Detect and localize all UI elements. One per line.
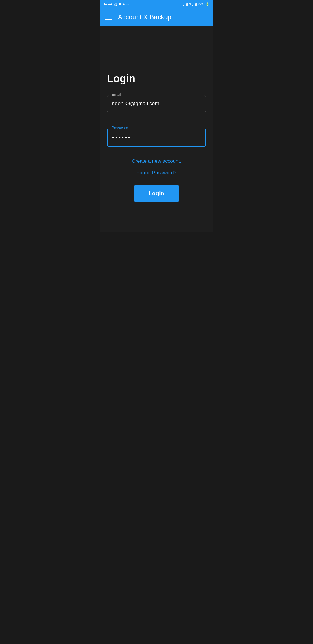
- main-content: Login Email Password Create a new accoun…: [100, 26, 213, 232]
- app-bar: Account & Backup: [100, 8, 213, 26]
- hamburger-line-3: [105, 19, 112, 20]
- signal-bars-2: [192, 2, 197, 6]
- status-bar-left: 14:44 🖼 ⏺ ● ···: [103, 2, 129, 6]
- password-input[interactable]: [107, 129, 206, 147]
- email-input[interactable]: [107, 95, 206, 112]
- email-field-container: Email: [107, 95, 206, 120]
- status-bar: 14:44 🖼 ⏺ ● ··· ✦ ⇅ 27% 🔋: [100, 0, 213, 8]
- password-label: Password: [110, 126, 129, 130]
- menu-button[interactable]: [105, 15, 112, 20]
- forgot-password-link[interactable]: Forgot Password?: [137, 170, 176, 176]
- more-icon: ···: [126, 2, 129, 6]
- login-heading: Login: [107, 73, 206, 85]
- whatsapp-icon: ●: [123, 2, 125, 6]
- page-title: Account & Backup: [118, 13, 172, 21]
- battery-percent: 27%: [198, 2, 204, 6]
- signal-bars-1: [183, 2, 188, 6]
- bluetooth-icon: ✦: [180, 2, 182, 6]
- play-icon: ⏺: [118, 2, 121, 6]
- hamburger-line-1: [105, 15, 112, 15]
- gallery-icon: 🖼: [114, 2, 117, 6]
- status-bar-right: ✦ ⇅ 27% 🔋: [180, 2, 210, 6]
- email-label: Email: [110, 92, 122, 97]
- create-account-link[interactable]: Create a new account.: [132, 158, 181, 164]
- links-container: Create a new account. Forgot Password?: [107, 158, 206, 176]
- hamburger-line-2: [105, 17, 112, 18]
- password-field-container: Password: [107, 129, 206, 147]
- login-button-container: Login: [107, 185, 206, 202]
- time-display: 14:44: [103, 2, 112, 6]
- data-transfer-icon: ⇅: [189, 3, 191, 6]
- battery-icon: 🔋: [205, 2, 210, 6]
- top-spacer: [107, 26, 206, 73]
- login-button[interactable]: Login: [134, 185, 179, 202]
